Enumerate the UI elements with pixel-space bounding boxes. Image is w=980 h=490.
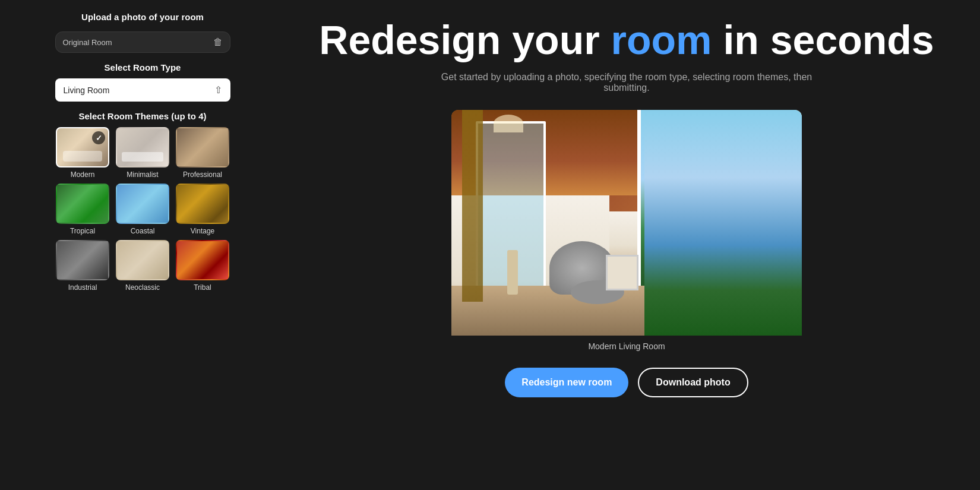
theme-label-coastal: Coastal	[131, 227, 155, 235]
hero-accent-word: room	[611, 17, 712, 62]
result-image-caption: Modern Living Room	[451, 336, 802, 363]
room-type-dropdown[interactable]: Living Room ⇧	[55, 78, 230, 102]
right-panel: Redesign your room in seconds Get starte…	[285, 0, 980, 490]
delete-upload-icon[interactable]: 🗑	[213, 37, 223, 48]
theme-label-neoclassic: Neoclassic	[125, 283, 160, 292]
theme-thumb-neoclassic	[116, 240, 169, 280]
theme-thumb-tropical	[56, 184, 109, 224]
action-buttons: Redesign new room Download photo	[505, 368, 748, 397]
result-image-container: Modern Living Room	[451, 110, 802, 363]
result-room-image	[451, 110, 802, 336]
themes-section: Select Room Themes (up to 4) ✓ Modern Mi…	[55, 111, 230, 292]
theme-selected-check: ✓	[92, 131, 105, 144]
theme-label-professional: Professional	[183, 170, 222, 179]
hero-subtitle: Get started by uploading a photo, specif…	[419, 72, 834, 93]
room-preview-image	[56, 52, 230, 53]
hero-title: Redesign your room in seconds	[319, 18, 934, 62]
theme-label-tropical: Tropical	[70, 227, 95, 235]
theme-item-neoclassic[interactable]: Neoclassic	[115, 240, 170, 292]
redesign-button[interactable]: Redesign new room	[505, 368, 628, 397]
left-panel: Upload a photo of your room Original Roo…	[0, 0, 285, 490]
theme-label-industrial: Industrial	[68, 283, 97, 292]
theme-thumb-industrial	[56, 240, 109, 280]
hero-text-before: Redesign your	[319, 17, 611, 62]
theme-item-professional[interactable]: Professional	[175, 127, 230, 179]
theme-item-tropical[interactable]: Tropical	[55, 184, 110, 235]
theme-label-vintage: Vintage	[191, 227, 214, 235]
theme-thumb-professional	[176, 127, 229, 167]
theme-item-minimalist[interactable]: Minimalist	[115, 127, 170, 179]
theme-thumb-coastal	[116, 184, 169, 224]
chevron-up-icon: ⇧	[214, 84, 222, 96]
room-type-title: Select Room Type	[55, 62, 230, 72]
theme-item-modern[interactable]: ✓ Modern	[55, 127, 110, 179]
theme-item-tribal[interactable]: Tribal	[175, 240, 230, 292]
upload-area[interactable]: Original Room 🗑	[55, 31, 230, 53]
themes-grid: ✓ Modern Minimalist Professional Tropica…	[55, 127, 230, 292]
download-button[interactable]: Download photo	[638, 368, 748, 397]
theme-item-coastal[interactable]: Coastal	[115, 184, 170, 235]
theme-thumb-tribal	[176, 240, 229, 280]
upload-header: Original Room 🗑	[56, 32, 230, 52]
theme-thumb-modern: ✓	[56, 127, 109, 167]
original-room-label: Original Room	[63, 38, 112, 47]
themes-title: Select Room Themes (up to 4)	[55, 111, 230, 121]
theme-item-vintage[interactable]: Vintage	[175, 184, 230, 235]
theme-label-minimalist: Minimalist	[127, 170, 158, 179]
theme-label-modern: Modern	[71, 170, 95, 179]
upload-title: Upload a photo of your room	[81, 12, 204, 22]
room-type-value: Living Room	[64, 86, 110, 95]
theme-thumb-minimalist	[116, 127, 169, 167]
room-type-section: Select Room Type Living Room ⇧	[55, 62, 230, 102]
hero-text-after: in seconds	[712, 17, 934, 62]
theme-label-tribal: Tribal	[194, 283, 211, 292]
theme-thumb-vintage	[176, 184, 229, 224]
theme-item-industrial[interactable]: Industrial	[55, 240, 110, 292]
